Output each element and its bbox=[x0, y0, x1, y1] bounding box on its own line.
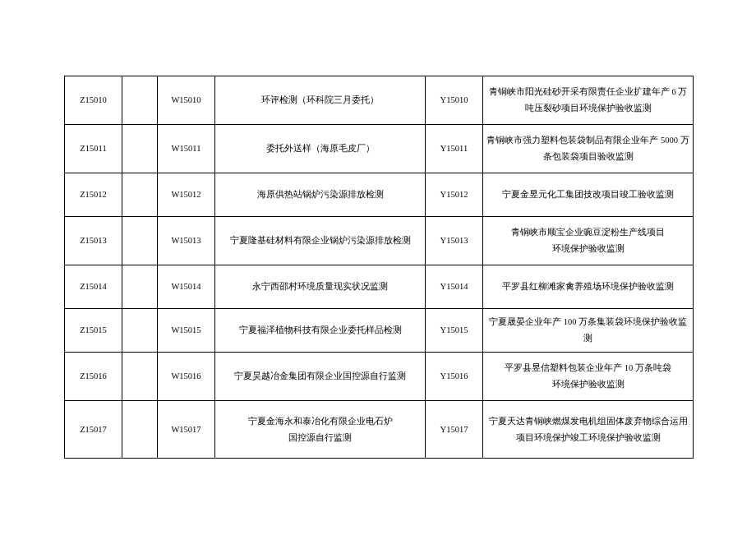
table-row: Z15010W15010环评检测（环科院三月委托）Y15010青铜峡市阳光硅砂开… bbox=[65, 76, 694, 125]
table-cell: W15011 bbox=[158, 125, 215, 173]
table-cell: Y15013 bbox=[426, 217, 483, 265]
table-cell: 海原供热站锅炉污染源排放检测 bbox=[215, 173, 426, 217]
table-cell: Z15014 bbox=[65, 265, 122, 309]
document-table-wrapper: Z15010W15010环评检测（环科院三月委托）Y15010青铜峡市阳光硅砂开… bbox=[64, 76, 693, 459]
table-cell: 宁夏天达青铜峡燃煤发电机组固体废弃物综合运用项目环境保护竣工环境保护验收监测 bbox=[483, 401, 694, 459]
table-row: Z15013W15013宁夏隆基硅材料有限企业锅炉污染源排放检测Y15013青铜… bbox=[65, 217, 694, 265]
table-cell: W15016 bbox=[158, 353, 215, 401]
table-cell bbox=[122, 309, 158, 353]
table-cell bbox=[122, 353, 158, 401]
table-cell: Y15012 bbox=[426, 173, 483, 217]
table-cell: 委托外送样（海原毛皮厂） bbox=[215, 125, 426, 173]
table-cell bbox=[122, 265, 158, 309]
table-cell bbox=[122, 401, 158, 459]
table-cell: Y15014 bbox=[426, 265, 483, 309]
table-cell bbox=[122, 76, 158, 125]
data-table: Z15010W15010环评检测（环科院三月委托）Y15010青铜峡市阳光硅砂开… bbox=[64, 76, 694, 459]
table-cell: Y15011 bbox=[426, 125, 483, 173]
table-cell: 平罗县红柳滩家禽养殖场环境保护验收监测 bbox=[483, 265, 694, 309]
table-cell: Z15017 bbox=[65, 401, 122, 459]
table-cell: Y15016 bbox=[426, 353, 483, 401]
table-cell bbox=[122, 217, 158, 265]
table-cell: W15014 bbox=[158, 265, 215, 309]
table-cell: Z15013 bbox=[65, 217, 122, 265]
table-row: Z15014W15014永宁西邵村环境质量现实状况监测Y15014平罗县红柳滩家… bbox=[65, 265, 694, 309]
table-cell: Y15010 bbox=[426, 76, 483, 125]
table-cell: W15013 bbox=[158, 217, 215, 265]
table-cell: 环评检测（环科院三月委托） bbox=[215, 76, 426, 125]
table-cell: 宁夏金海永和泰冶化有限企业电石炉国控源自行监测 bbox=[215, 401, 426, 459]
table-cell: W15010 bbox=[158, 76, 215, 125]
table-cell: Y15015 bbox=[426, 309, 483, 353]
table-cell: W15015 bbox=[158, 309, 215, 353]
table-cell: 宁夏隆基硅材料有限企业锅炉污染源排放检测 bbox=[215, 217, 426, 265]
table-cell: W15012 bbox=[158, 173, 215, 217]
table-cell: Z15015 bbox=[65, 309, 122, 353]
table-cell: 宁夏晟晏企业年产 100 万条集装袋环境保护验收监测 bbox=[483, 309, 694, 353]
table-cell: Z15011 bbox=[65, 125, 122, 173]
table-cell bbox=[122, 125, 158, 173]
table-cell: Z15016 bbox=[65, 353, 122, 401]
table-cell: 宁夏福泽植物科技有限企业委托样品检测 bbox=[215, 309, 426, 353]
table-cell: 永宁西邵村环境质量现实状况监测 bbox=[215, 265, 426, 309]
table-cell: 青铜峡市强力塑料包装袋制品有限企业年产 5000 万条包装袋项目验收监测 bbox=[483, 125, 694, 173]
table-cell: Z15012 bbox=[65, 173, 122, 217]
table-cell: Y15017 bbox=[426, 401, 483, 459]
table-cell: 宁夏金昱元化工集团技改项目竣工验收监测 bbox=[483, 173, 694, 217]
table-row: Z15016W15016宁夏昊越冶金集团有限企业国控源自行监测Y15016平罗县… bbox=[65, 353, 694, 401]
table-cell: W15017 bbox=[158, 401, 215, 459]
table-row: Z15012W15012海原供热站锅炉污染源排放检测Y15012宁夏金昱元化工集… bbox=[65, 173, 694, 217]
table-row: Z15015W15015宁夏福泽植物科技有限企业委托样品检测Y15015宁夏晟晏… bbox=[65, 309, 694, 353]
table-cell: 平罗县昱信塑料包装企业年产 10 万条吨袋环境保护验收监测 bbox=[483, 353, 694, 401]
table-cell: 青铜峡市阳光硅砂开采有限责任企业扩建年产 6 万吨压裂砂项目环境保护验收监测 bbox=[483, 76, 694, 125]
table-row: Z15011W15011委托外送样（海原毛皮厂）Y15011青铜峡市强力塑料包装… bbox=[65, 125, 694, 173]
table-cell: 宁夏昊越冶金集团有限企业国控源自行监测 bbox=[215, 353, 426, 401]
table-row: Z15017W15017宁夏金海永和泰冶化有限企业电石炉国控源自行监测Y1501… bbox=[65, 401, 694, 459]
table-cell: 青铜峡市顺宝企业豌豆淀粉生产线项目环境保护验收监测 bbox=[483, 217, 694, 265]
table-cell: Z15010 bbox=[65, 76, 122, 125]
table-cell bbox=[122, 173, 158, 217]
